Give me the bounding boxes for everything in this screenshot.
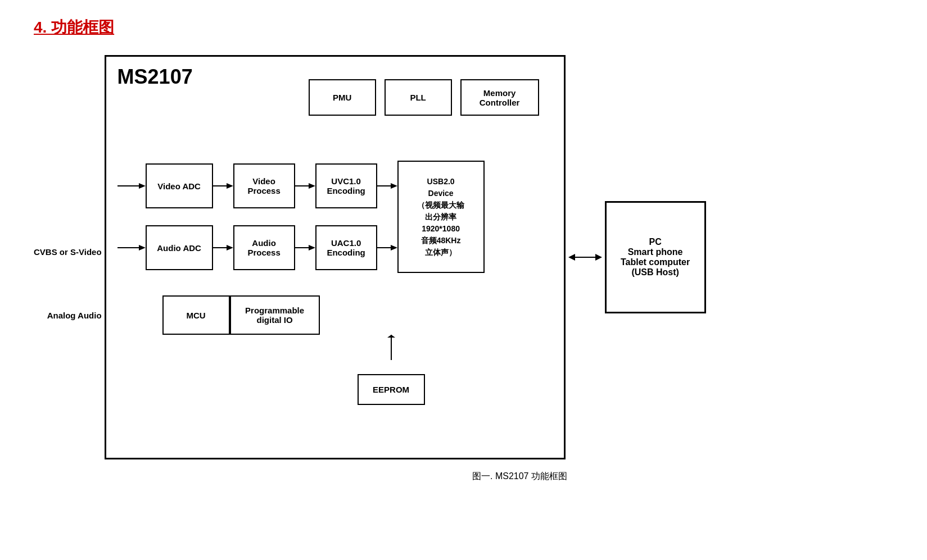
audio-row: Audio ADC AudioProcess UAC1.0Encoding — [117, 225, 397, 270]
video-process-block: VideoProcess — [233, 163, 295, 208]
uac-to-usb-arrow — [377, 243, 397, 252]
page-title: 4. 功能框图 — [34, 17, 893, 38]
svg-marker-1 — [139, 183, 146, 189]
svg-marker-11 — [227, 245, 233, 251]
mcu-block: MCU — [162, 295, 230, 335]
uac-block: UAC1.0Encoding — [315, 225, 377, 270]
video-adc-block: Video ADC — [146, 163, 213, 208]
eeprom-arrow — [369, 335, 414, 374]
svg-marker-17 — [387, 335, 395, 338]
usb-device-block: USB2.0Device（视频最大输出分辨率1920*1080音频48KHz立体… — [397, 161, 485, 273]
caption: 图一. MS2107 功能框图 — [146, 471, 893, 482]
chip-to-pc-arrow — [568, 252, 602, 263]
analog-audio-signal-label: Analog Audio — [34, 309, 102, 321]
pmu-block: PMU — [309, 79, 376, 116]
audio-process-block: AudioProcess — [233, 225, 295, 270]
prog-io-block: Programmabledigital IO — [230, 295, 320, 335]
video-entry-arrow — [117, 181, 146, 190]
memory-controller-block: MemoryController — [460, 79, 539, 116]
svg-marker-5 — [309, 183, 315, 189]
uvc-to-usb-arrow — [377, 181, 397, 190]
audio-adc-block: Audio ADC — [146, 225, 213, 270]
svg-marker-15 — [391, 245, 397, 251]
pc-box: PCSmart phoneTablet computer(USB Host) — [605, 201, 706, 313]
svg-marker-3 — [227, 183, 233, 189]
chip-name: MS2107 — [117, 65, 193, 89]
eeprom-block: EEPROM — [358, 374, 425, 405]
cvbs-signal-label: CVBS or S-Video — [34, 246, 102, 258]
audio-adc-to-process-arrow — [213, 243, 233, 252]
pll-block: PLL — [385, 79, 452, 116]
svg-marker-7 — [391, 183, 397, 189]
svg-marker-20 — [568, 254, 575, 261]
svg-marker-19 — [595, 254, 602, 261]
svg-marker-13 — [309, 245, 315, 251]
chip-box: MS2107 PMU PLL MemoryController — [105, 55, 566, 459]
audio-entry-arrow — [117, 243, 146, 252]
video-row: Video ADC VideoProcess UVC1.0Encoding — [117, 163, 397, 208]
svg-marker-9 — [139, 245, 146, 251]
video-process-to-uvc-arrow — [295, 181, 315, 190]
uvc-block: UVC1.0Encoding — [315, 163, 377, 208]
video-adc-to-process-arrow — [213, 181, 233, 190]
audio-process-to-uac-arrow — [295, 243, 315, 252]
